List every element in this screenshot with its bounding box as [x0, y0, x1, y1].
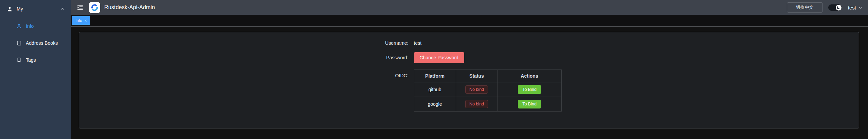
actions-cell: To Bind [498, 97, 561, 112]
user-icon [7, 6, 13, 12]
sidebar-item-tags[interactable]: Tags [0, 52, 71, 68]
chevron-up-icon [60, 7, 65, 11]
chevron-down-icon [858, 5, 863, 10]
table-row-google: google No bind To Bind [414, 97, 561, 112]
password-row: Password: Change Password [370, 52, 568, 63]
user-outline-icon [16, 23, 22, 29]
bookmark-icon [16, 57, 22, 63]
table-row-github: github No bind To Bind [414, 82, 561, 97]
oidc-table: Platform Status Actions github No bind [414, 70, 562, 112]
address-book-icon [16, 40, 22, 46]
sidebar: My Info Address Books Tags [0, 0, 71, 139]
tab-info[interactable]: Info × [72, 16, 90, 25]
sidebar-menu-my[interactable]: My [0, 0, 71, 18]
oidc-label: OIDC: [370, 70, 414, 112]
tab-label: Info [75, 18, 82, 23]
username-value: test [414, 40, 422, 46]
oidc-row: OIDC: Platform Status Actions github [370, 70, 568, 112]
username-row: Username: test [370, 40, 568, 46]
sidebar-item-label: Info [26, 23, 34, 29]
to-bind-button[interactable]: To Bind [518, 100, 541, 108]
user-dropdown[interactable]: test [848, 5, 863, 11]
username-label: Username: [370, 40, 414, 46]
platform-cell: github [414, 82, 456, 97]
topbar: Rustdesk-Api-Admin 切换中文 test [71, 0, 868, 15]
actions-cell: To Bind [498, 82, 561, 97]
to-bind-button[interactable]: To Bind [518, 85, 541, 94]
table-header-row: Platform Status Actions [414, 70, 561, 82]
moon-icon [836, 5, 842, 11]
sidebar-item-label: Address Books [26, 40, 58, 46]
sidebar-item-info[interactable]: Info [0, 18, 71, 35]
change-password-button[interactable]: Change Password [414, 52, 464, 63]
password-label: Password: [370, 55, 414, 60]
profile-form: Username: test Password: Change Password… [370, 40, 568, 112]
rustdesk-logo[interactable] [89, 2, 100, 13]
profile-card: Username: test Password: Change Password… [79, 32, 859, 128]
app-main: Username: test Password: Change Password… [71, 26, 868, 139]
theme-toggle[interactable] [828, 4, 842, 11]
language-switch-button[interactable]: 切换中文 [787, 2, 823, 13]
column-header-status: Status [456, 70, 498, 82]
sidebar-menu-my-label: My [17, 6, 60, 12]
status-badge: No bind [465, 100, 488, 108]
sidebar-item-address-books[interactable]: Address Books [0, 35, 71, 52]
sidebar-item-label: Tags [26, 57, 36, 63]
platform-cell: google [414, 97, 456, 112]
app-title: Rustdesk-Api-Admin [104, 4, 155, 11]
user-name: test [848, 5, 856, 11]
status-cell: No bind [456, 82, 498, 97]
hamburger-icon[interactable] [77, 4, 84, 11]
column-header-platform: Platform [414, 70, 456, 82]
tab-close-icon[interactable]: × [85, 19, 87, 23]
tags-view-bar: Info × [71, 15, 868, 26]
status-cell: No bind [456, 97, 498, 112]
status-badge: No bind [465, 85, 488, 94]
column-header-actions: Actions [498, 70, 561, 82]
